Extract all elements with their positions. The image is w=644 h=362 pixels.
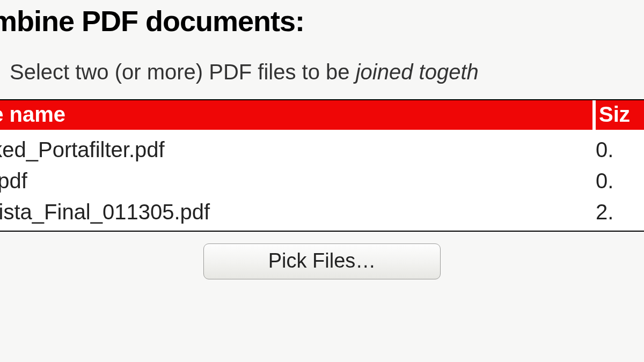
- table-row[interactable]: aked_Portafilter.pdf 0.: [0, 134, 644, 165]
- cell-filename: aked_Portafilter.pdf: [0, 134, 592, 165]
- file-table: ile name Siz aked_Portafilter.pdf 0. e.p…: [0, 99, 644, 232]
- page-title: ombine PDF documents:: [0, 4, 644, 38]
- instruction-italic: joined togeth: [356, 60, 479, 84]
- instruction-prefix: Select two (or more) PDF files to be: [10, 60, 356, 84]
- cell-size: 0.: [592, 134, 644, 165]
- column-header-filename[interactable]: ile name: [0, 100, 592, 130]
- table-row[interactable]: arista_Final_011305.pdf 2.: [0, 196, 644, 227]
- pick-files-button[interactable]: Pick Files…: [203, 243, 441, 279]
- table-body: aked_Portafilter.pdf 0. e.pdf 0. arista_…: [0, 130, 644, 231]
- cell-filename: e.pdf: [0, 165, 592, 196]
- column-header-size[interactable]: Siz: [596, 100, 644, 130]
- cell-size: 2.: [592, 196, 644, 227]
- instruction-text: Select two (or more) PDF files to be joi…: [10, 60, 644, 84]
- cell-size: 0.: [592, 165, 644, 196]
- cell-filename: arista_Final_011305.pdf: [0, 196, 592, 227]
- table-header: ile name Siz: [0, 100, 644, 130]
- button-row: Pick Files…: [0, 243, 644, 279]
- table-row[interactable]: e.pdf 0.: [0, 165, 644, 196]
